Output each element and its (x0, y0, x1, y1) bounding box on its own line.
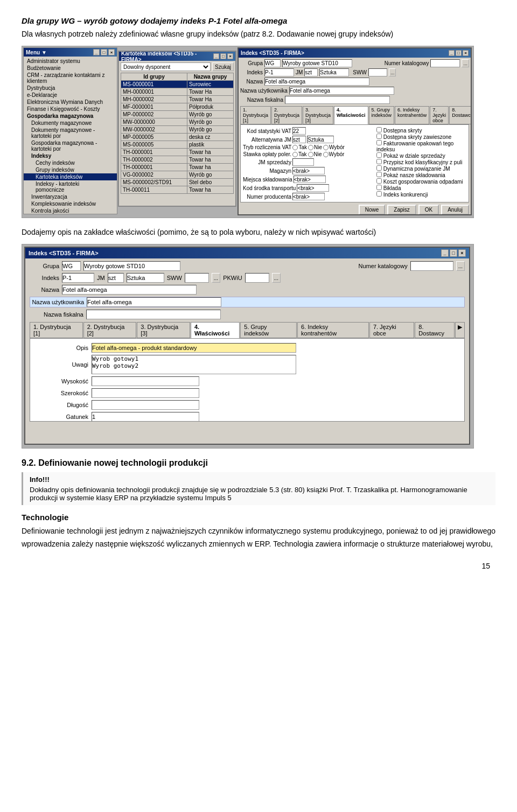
table-row[interactable]: TH-0000002Towar ha (121, 156, 234, 164)
c2-tab-dystr3[interactable]: 3. Dystrybucja [3] (137, 322, 190, 338)
kod-stat-input[interactable] (292, 127, 306, 135)
menu-item[interactable]: Budżetowanie (24, 65, 117, 72)
kod-srod-input[interactable] (297, 184, 329, 192)
sww-input[interactable] (368, 68, 387, 76)
c2-tab-wlasc[interactable]: 4. Właściwości (191, 322, 240, 338)
checkbox-pokaz-sklad[interactable] (376, 172, 382, 177)
c2-jm-input[interactable] (108, 273, 124, 283)
menu-item[interactable]: Dokumenty magazynowe - kartoteki por (24, 127, 117, 139)
sww-btn[interactable]: ... (389, 68, 396, 76)
menu-item[interactable]: Gospodarka magazynowa - kartoteki por (24, 139, 117, 152)
tab-dystrybucja3[interactable]: 3. Dystrybucja [3] (303, 106, 333, 124)
checkbox-przypisz-kod[interactable] (376, 159, 382, 164)
group-desc-input[interactable] (282, 59, 352, 67)
tab-dostawcy[interactable]: 8. Dostawcy (449, 106, 472, 124)
jm-input[interactable] (304, 68, 318, 76)
tab-grupy[interactable]: 5. Grupy indeksów (369, 106, 395, 124)
menu-item[interactable]: e-Deklaracje (24, 92, 117, 99)
menu-item[interactable]: Cechy indeksów (24, 159, 117, 166)
search-button[interactable]: Szukaj (212, 62, 234, 71)
c2-tab-grupy[interactable]: 5. Grupy indeksów (240, 322, 297, 338)
tab-jezyki[interactable]: 7. Języki obce (430, 106, 449, 124)
menu-item[interactable]: Inwentaryzacja (24, 193, 117, 200)
numer-prod-input[interactable] (292, 193, 325, 200)
anuluj-button[interactable]: Anuluj (441, 205, 469, 215)
num-kat-input[interactable] (430, 59, 460, 67)
tab-wlasciwosci[interactable]: 4. Właściwości (334, 106, 368, 124)
checkbox-dynamiczna[interactable] (376, 165, 382, 171)
table-row[interactable]: TH-0000001Towar ha (121, 164, 234, 171)
c2-jm-desc[interactable] (127, 273, 164, 283)
c2-szerokosc-input[interactable] (92, 388, 199, 398)
c2-gatunek-input[interactable] (92, 412, 199, 422)
menu-item[interactable]: Dokumenty magazynowe (24, 120, 117, 127)
menu-item[interactable]: Kartoteka indeksów (24, 173, 117, 180)
list-max[interactable]: □ (220, 53, 226, 59)
menu-item[interactable]: Kompleksowanie indeksów (24, 200, 117, 207)
menu-item[interactable]: Gospodarka magazynowa (24, 113, 117, 120)
vat-nie-radio[interactable] (308, 145, 313, 150)
c2-tab-dostaw[interactable]: 8. Dostawcy (415, 322, 455, 338)
alt-jm-input[interactable] (292, 136, 306, 143)
checkbox-dostepna-skryty[interactable] (376, 127, 382, 132)
table-row[interactable]: MP-0000005deska cz (121, 134, 234, 141)
menu-item[interactable]: Dystrybucja (24, 85, 117, 92)
c2-group-desc[interactable] (83, 261, 180, 271)
checkbox-brak-opis[interactable] (376, 185, 382, 190)
checkbox-koszt-gosp[interactable] (376, 178, 382, 184)
card-max[interactable]: □ (456, 50, 462, 56)
indeks-input[interactable] (264, 68, 294, 76)
zapisz-button[interactable]: Zapisz (387, 205, 416, 215)
tab-indeksy-kont[interactable]: 6. Indeksy kontrahentów (395, 106, 429, 124)
table-row[interactable]: MF-0000001Półproduk (121, 103, 234, 111)
nazwa-input[interactable] (264, 78, 369, 86)
c2-nazwa-input[interactable] (62, 285, 197, 295)
close-btn[interactable]: × (108, 49, 115, 55)
menu-item[interactable]: Kontrola jakości (24, 207, 117, 214)
miejsca-sklad-input[interactable] (294, 176, 326, 183)
c2-nazwa-fisk-input[interactable] (86, 310, 221, 319)
c2-nazwa-uzyt-input[interactable] (87, 297, 221, 307)
list-close[interactable]: × (227, 53, 233, 59)
table-row[interactable]: MS-0000002/STD91Stel debo (121, 179, 234, 186)
table-row[interactable]: MW-0000002Wyrób go (121, 126, 234, 134)
menu-item[interactable]: Grupy indeksów (24, 166, 117, 173)
table-row[interactable]: TH-0000001Towar ha (121, 149, 234, 156)
magazyn-input[interactable] (292, 167, 325, 174)
c2-sww-input[interactable] (185, 273, 209, 283)
c2-num-kat-btn[interactable]: ... (456, 261, 465, 271)
stawka-wybor-radio[interactable] (323, 152, 329, 157)
c2-tab-indk[interactable]: 6. Indeksy kontrahentów (297, 322, 369, 338)
jm-sprzedazy-input[interactable] (292, 158, 314, 166)
c2-num-kat[interactable] (410, 261, 453, 271)
nazwa-fisk-input[interactable] (285, 96, 390, 104)
checkbox-kartelka[interactable] (376, 191, 382, 197)
menu-item[interactable]: CRM - zarządzanie kontaktami z klientem (24, 72, 117, 85)
c2-max[interactable]: □ (450, 249, 457, 257)
c2-tab-scroll[interactable]: ▶ (455, 322, 465, 338)
menu-item[interactable]: Indeksy - kartoteki pomocnicze (24, 180, 117, 193)
c2-sww-btn[interactable]: ... (212, 273, 220, 283)
group-input[interactable] (264, 59, 281, 67)
vat-wybor-radio[interactable] (323, 145, 329, 150)
stawka-nie-radio[interactable] (308, 152, 313, 157)
table-row[interactable]: VG-0000002Wyrób go (121, 171, 234, 179)
c2-dlugosc-input[interactable] (92, 400, 199, 410)
table-row[interactable]: MW-0000000Wyrób go (121, 118, 234, 126)
menu-item[interactable]: Indeksy (24, 152, 117, 159)
checkbox-dostepna-zaw[interactable] (376, 134, 382, 139)
c2-tab-jezyki[interactable]: 7. Języki obce (369, 322, 414, 338)
nazwa-uzyt-input[interactable] (289, 87, 394, 95)
checkbox-pokaz-sprzedaz[interactable] (376, 152, 382, 158)
nowe-button[interactable]: Nowe (359, 205, 386, 215)
dysponent-select[interactable]: Dowolny dysponent (121, 62, 211, 71)
c2-wysokosc-input[interactable] (92, 376, 199, 386)
jm-desc-input[interactable] (319, 68, 349, 76)
min-btn[interactable]: _ (93, 49, 100, 55)
c2-indeks-input[interactable] (62, 273, 94, 283)
stawka-tak-radio[interactable] (292, 152, 298, 157)
c2-min[interactable]: _ (441, 249, 449, 257)
menu-item[interactable]: Administrator systemu (24, 58, 117, 65)
table-row[interactable]: TH-000011Towar ha (121, 186, 234, 194)
c2-pkwiu-input[interactable] (245, 273, 269, 283)
